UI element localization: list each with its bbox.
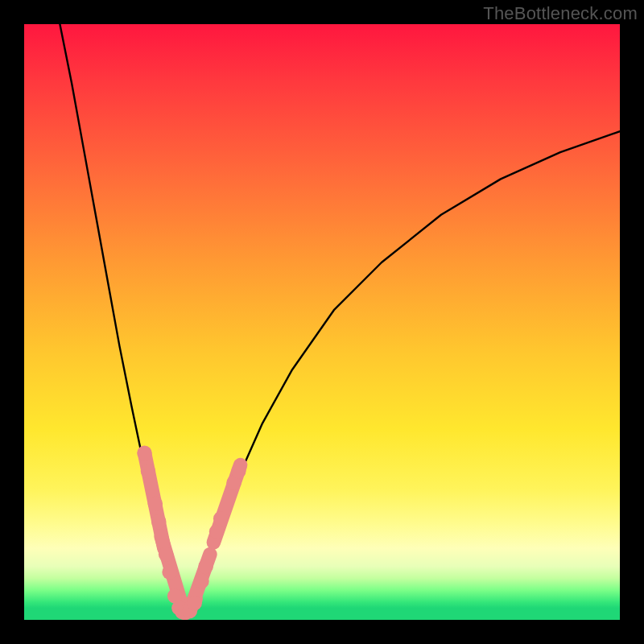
- marker-dot: [151, 514, 167, 530]
- marker-dot: [209, 524, 225, 539]
- marker-dot: [141, 464, 156, 479]
- marker-dot: [148, 496, 163, 511]
- marker-dot: [162, 565, 177, 580]
- marker-dot: [194, 574, 209, 589]
- marker-dot: [187, 596, 202, 611]
- marker-dot: [159, 547, 174, 562]
- plot-svg: [24, 24, 620, 620]
- curve: [185, 131, 620, 613]
- marker-dot: [137, 446, 152, 461]
- watermark-text: TheBottleneck.com: [483, 3, 638, 24]
- marker-dot: [231, 464, 246, 479]
- marker-dot: [213, 511, 229, 526]
- gradient-plot-area: [24, 24, 620, 620]
- chart-stage: TheBottleneck.com: [0, 0, 644, 644]
- marker-dot: [198, 559, 213, 574]
